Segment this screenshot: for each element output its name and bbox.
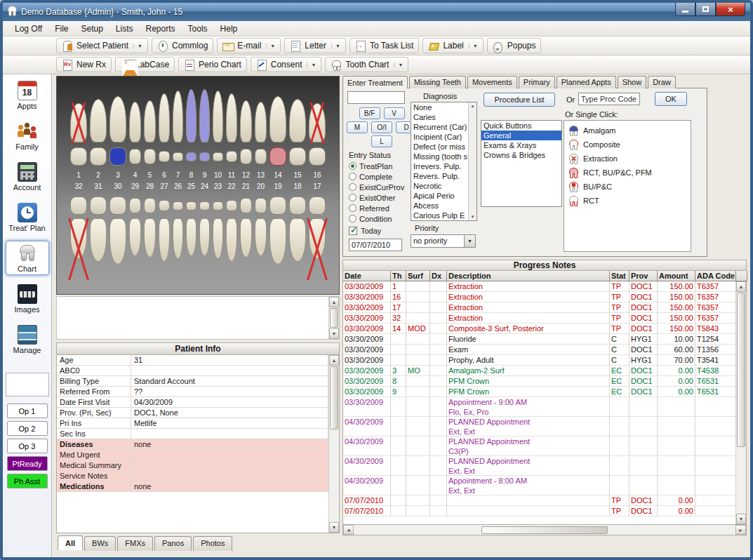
op-button-op-3[interactable]: Op 3	[7, 439, 48, 453]
tooth-3[interactable]	[109, 96, 126, 142]
progress-notes-row[interactable]: 03/30/2009Appointment - 9:00 AMFlo, Ex, …	[343, 397, 736, 417]
op-button-op-2[interactable]: Op 2	[7, 421, 48, 436]
tab-primary[interactable]: Primary	[519, 76, 555, 88]
toolbar-button-labcase[interactable]: LabCase	[115, 57, 175, 72]
progress-notes-vertical-scrollbar[interactable]: ▲ ▼	[735, 281, 746, 524]
tooth-16[interactable]	[309, 103, 326, 142]
column-header-stat[interactable]: Stat	[610, 271, 629, 281]
diagnosis-item-abcess[interactable]: Abcess	[411, 201, 467, 211]
quick-button-composite[interactable]: Composite	[564, 138, 691, 152]
tooth-occlusal-12[interactable]	[240, 149, 252, 164]
sidebar-item-manage[interactable]: Manage	[6, 322, 49, 356]
menu-item-lists[interactable]: Lists	[109, 22, 140, 36]
tab-planned-appts[interactable]: Planned Appts	[557, 76, 616, 88]
progress-notes-row[interactable]: 04/30/2009PLANNED AppointmentC3(P)	[343, 436, 736, 456]
priority-select[interactable]: no priority ▼	[411, 234, 476, 248]
quick-button-rct-bu-p-c-pfm[interactable]: RCT, BU/P&C, PFM	[564, 166, 691, 180]
ok-button[interactable]: OK	[655, 92, 687, 106]
quick-button-amalgam[interactable]: Amalgam	[564, 124, 691, 138]
tooth-8[interactable]	[186, 89, 196, 142]
today-checkbox-row[interactable]: Today	[349, 227, 381, 235]
scroll-thumb[interactable]	[330, 308, 338, 328]
notes-strip-scrollbar[interactable]: ▲ ▼	[328, 297, 339, 339]
op-button-ph-asst[interactable]: Ph Asst	[7, 474, 48, 488]
diagnosis-item-revers-pulp[interactable]: Revers. Pulp.	[411, 171, 467, 181]
tooth-9[interactable]	[199, 89, 210, 142]
column-header-th[interactable]: Th	[391, 271, 406, 281]
diagnosis-item-none[interactable]: None	[411, 102, 467, 112]
dropdown-arrow-icon[interactable]: ▼	[307, 62, 316, 67]
scroll-up-arrow[interactable]: ▲	[329, 355, 339, 366]
tooth-13[interactable]	[255, 102, 267, 142]
tooth-occlusal-19[interactable]	[269, 196, 286, 215]
tooth-occlusal-17[interactable]	[309, 196, 326, 215]
diagnosis-scrollbar[interactable]: ▲▼	[468, 102, 477, 220]
tooth-2[interactable]	[90, 99, 107, 142]
tooth-occlusal-1[interactable]	[70, 147, 87, 166]
diagnosis-item-necrotic[interactable]: Necrotic	[411, 181, 467, 191]
radio-treatplan[interactable]: TreatPlan	[349, 161, 404, 171]
surface-button-m[interactable]: M	[347, 121, 368, 133]
progress-notes-row[interactable]: 07/07/2010TPDOC10.00	[343, 495, 736, 506]
progress-notes-row[interactable]: 03/30/2009Prophy, AdultCHYG170.00T3541	[343, 355, 736, 366]
diagnosis-item-apical-perio[interactable]: Apical Perio	[411, 191, 467, 201]
title-bar[interactable]: Demo Database {Admin} - Smith, John - 15…	[3, 3, 750, 21]
quick-category-general[interactable]: General	[481, 131, 561, 140]
menu-item-reports[interactable]: Reports	[140, 22, 182, 36]
dropdown-arrow-icon[interactable]: ▼	[469, 44, 478, 48]
tooth-17[interactable]	[309, 218, 326, 259]
tooth-occlusal-10[interactable]	[213, 152, 223, 161]
tooth-29[interactable]	[129, 218, 141, 256]
sidebar-item-family[interactable]: Family	[6, 119, 49, 153]
diagnosis-item-irrevers-pulp[interactable]: Irrevers. Pulp.	[411, 161, 467, 171]
scroll-up-arrow[interactable]: ▲	[736, 281, 746, 292]
scroll-down-arrow[interactable]: ▼	[329, 328, 339, 339]
diagnosis-item-incipient-car[interactable]: Incipient (Car)	[411, 132, 467, 142]
tooth-10[interactable]	[213, 91, 223, 142]
column-header-dx[interactable]: Dx	[430, 271, 447, 281]
tooth-32[interactable]	[70, 218, 87, 259]
scroll-up-arrow[interactable]: ▲	[329, 297, 339, 307]
toolbar-button-e-mail[interactable]: E-mail▼	[217, 38, 281, 53]
surface-button-v[interactable]: V	[384, 107, 405, 119]
diagnosis-item-caries[interactable]: Caries	[411, 112, 467, 122]
tooth-number-input[interactable]	[347, 91, 405, 104]
radio-existother[interactable]: ExistOther	[349, 192, 404, 203]
menu-item-log-off[interactable]: Log Off	[8, 22, 48, 36]
tooth-occlusal-4[interactable]	[129, 149, 141, 164]
toolbar-button-label[interactable]: Label▼	[422, 38, 483, 53]
scroll-down-arrow[interactable]: ▼	[329, 522, 339, 533]
progress-notes-row[interactable]: 03/30/200914MODComposite-3 Surf, Posteri…	[343, 324, 736, 334]
tooth-4[interactable]	[129, 102, 141, 142]
progress-notes-row[interactable]: 03/30/20098PFM CrownECDOC10.00T6531	[343, 376, 736, 387]
tooth-27[interactable]	[159, 218, 170, 262]
tooth-occlusal-6[interactable]	[159, 151, 170, 162]
minimize-button[interactable]	[675, 3, 695, 16]
tooth-occlusal-32[interactable]	[70, 196, 87, 215]
tooth-occlusal-24[interactable]	[199, 201, 210, 211]
tab-enter-treatment[interactable]: Enter Treatment	[342, 76, 408, 88]
dropdown-arrow-icon[interactable]: ▼	[331, 44, 340, 48]
image-tab-photos[interactable]: Photos	[193, 536, 232, 551]
progress-notes-row[interactable]: 04/30/2009PLANNED AppointmentExt, Ext	[343, 417, 736, 436]
tooth-11[interactable]	[226, 93, 237, 142]
tooth-19[interactable]	[269, 218, 286, 265]
menu-item-tools[interactable]: Tools	[182, 22, 214, 36]
dropdown-arrow-icon[interactable]: ▼	[133, 44, 142, 48]
patient-info-scrollbar[interactable]: ▲ ▼	[328, 355, 339, 533]
progress-notes-row[interactable]: 03/30/20091ExtractionTPDOC1150.00T6357	[343, 281, 736, 292]
sidebar-item-account[interactable]: Account	[6, 159, 49, 194]
quick-button-bu-p-c[interactable]: BU/P&C	[564, 180, 691, 194]
tooth-24[interactable]	[199, 218, 210, 256]
scroll-thumb[interactable]	[737, 293, 745, 447]
surface-button-o-i[interactable]: O/I	[371, 121, 392, 133]
toolbar-button-select-patient[interactable]: Select Patient▼	[56, 38, 148, 53]
scroll-down-arrow[interactable]: ▼	[736, 514, 746, 524]
progress-notes-row[interactable]: 03/30/2009FluorideCHYG110.00T1254	[343, 334, 736, 345]
progress-notes-row[interactable]: 03/30/200932ExtractionTPDOC1150.00T6357	[343, 313, 736, 324]
radio-referred[interactable]: Referred	[349, 203, 404, 213]
tooth-1[interactable]	[70, 103, 87, 142]
sidebar-item-images[interactable]: Images	[6, 281, 49, 316]
sidebar-item-chart[interactable]: Chart	[6, 241, 49, 275]
close-button[interactable]: ×	[716, 3, 745, 16]
